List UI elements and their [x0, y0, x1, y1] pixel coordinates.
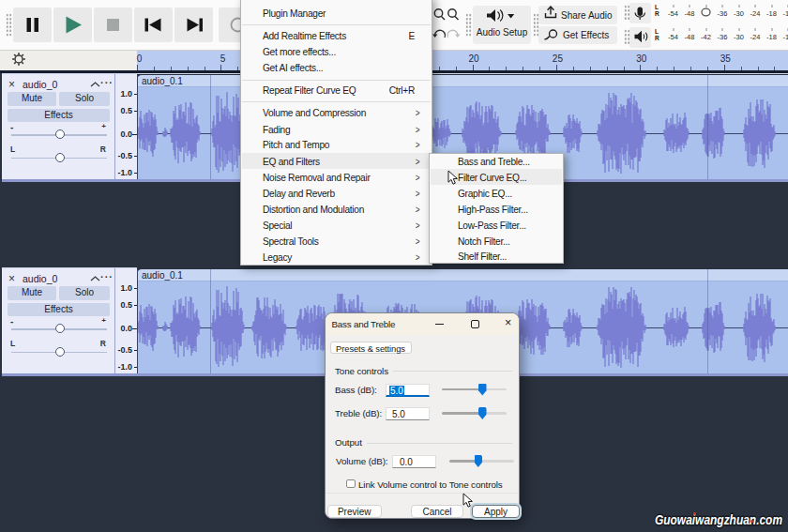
svg-text:Guowaiwangzhuan.com: Guowaiwangzhuan.com — [655, 511, 782, 527]
